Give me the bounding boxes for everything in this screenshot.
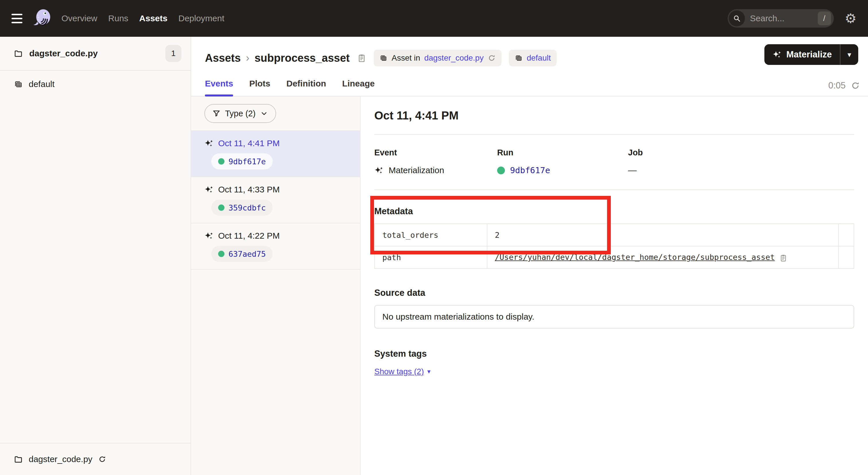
table-row: total_orders 2 <box>375 224 854 246</box>
tab-definition[interactable]: Definition <box>286 79 326 96</box>
event-list-item[interactable]: Oct 11, 4:33 PM 359cdbfc <box>191 177 360 224</box>
search-input[interactable]: Search... / <box>727 9 834 28</box>
table-row: path /Users/yuhan/dev/local/dagster_home… <box>375 246 854 269</box>
materialize-button[interactable]: Materialize <box>764 44 840 65</box>
metadata-table: total_orders 2 path /Users/yuhan/dev/loc… <box>374 224 854 269</box>
event-detail-title: Oct 11, 4:41 PM <box>374 109 854 122</box>
run-id: 637aed75 <box>228 249 266 259</box>
source-data-section: Source data No upstream materializations… <box>374 288 854 329</box>
event-timestamp[interactable]: Oct 11, 4:22 PM <box>218 231 280 241</box>
caret-down-icon: ▾ <box>847 50 851 59</box>
asset-header: Assets › subprocess_asset Asset in dagst… <box>191 37 868 96</box>
asset-tag-code-link[interactable]: dagster_code.py <box>424 53 484 63</box>
breadcrumb: Assets › subprocess_asset <box>205 52 350 64</box>
run-id: 359cdbfc <box>228 203 266 212</box>
materialize-label: Materialize <box>786 50 832 60</box>
metadata-value: /Users/yuhan/dev/local/dagster_home/stor… <box>487 246 838 269</box>
metadata-key: total_orders <box>375 224 487 246</box>
event-list-panel: Type (2) Oct 11, 4:41 PM 9dbf617e <box>191 96 361 475</box>
materialization-sparkle-icon <box>374 166 383 175</box>
event-detail-panel: Oct 11, 4:41 PM Event Materialization Ru… <box>361 96 868 475</box>
asset-tabs: Events Plots Definition Lineage 0:05 <box>191 79 868 96</box>
run-success-dot <box>218 205 224 211</box>
event-column-label: Event <box>374 148 497 157</box>
run-id-link[interactable]: 9dbf617e <box>510 166 550 175</box>
sidebar-item-code-file[interactable]: dagster_code.py 1 <box>0 37 191 71</box>
sidebar-code-file-label: dagster_code.py <box>29 49 159 58</box>
run-success-dot <box>218 158 224 165</box>
sidebar-default-label: default <box>29 79 55 89</box>
menu-icon[interactable] <box>11 14 22 23</box>
path-link[interactable]: /Users/yuhan/dev/local/dagster_home/stor… <box>495 253 775 262</box>
run-success-dot <box>497 167 505 174</box>
event-timestamp[interactable]: Oct 11, 4:41 PM <box>218 139 280 148</box>
run-id-tag[interactable]: 359cdbfc <box>211 200 273 216</box>
copy-path-button[interactable] <box>779 254 787 262</box>
folder-icon <box>14 49 23 58</box>
main-panel: Assets › subprocess_asset Asset in dagst… <box>191 37 868 475</box>
clipboard-icon <box>779 254 787 262</box>
breadcrumb-assets-link[interactable]: Assets <box>205 52 241 64</box>
materialization-sparkle-icon <box>205 231 214 240</box>
primary-nav: Overview Runs Assets Deployment <box>61 13 224 23</box>
event-timestamp[interactable]: Oct 11, 4:33 PM <box>218 185 280 195</box>
divider <box>374 134 854 135</box>
event-list-item[interactable]: Oct 11, 4:41 PM 9dbf617e <box>191 131 360 177</box>
show-tags-label: Show tags (2) <box>374 367 424 376</box>
copy-asset-name-button[interactable] <box>357 53 366 63</box>
dagster-logo[interactable] <box>32 7 54 30</box>
event-list-item[interactable]: Oct 11, 4:22 PM 637aed75 <box>191 224 360 270</box>
metadata-key: path <box>375 246 487 269</box>
reload-icon[interactable] <box>98 455 106 463</box>
materialize-dropdown-button[interactable]: ▾ <box>840 44 858 65</box>
run-success-dot <box>218 251 224 257</box>
asset-group-icon <box>379 54 388 62</box>
tab-plots[interactable]: Plots <box>249 79 270 96</box>
settings-gear-icon[interactable]: ⚙ <box>845 12 857 25</box>
run-id: 9dbf617e <box>228 157 266 166</box>
tab-events[interactable]: Events <box>205 79 233 96</box>
asset-tag-prefix: Asset in <box>392 53 420 63</box>
source-data-heading: Source data <box>374 288 854 298</box>
metadata-heading: Metadata <box>374 206 854 216</box>
dagster-app: { "icons": { "gear": "⚙", "caret_down": … <box>0 0 868 475</box>
asset-sidebar: dagster_code.py 1 default dagster_code.p… <box>0 37 191 475</box>
nav-deployment[interactable]: Deployment <box>178 13 224 23</box>
event-summary: Event Materialization Run 9dbf617e <box>374 148 854 175</box>
top-nav: Overview Runs Assets Deployment Search..… <box>0 0 868 37</box>
asset-group-icon <box>515 54 523 62</box>
show-tags-toggle[interactable]: Show tags (2) ▾ <box>374 367 431 376</box>
clipboard-icon <box>357 53 366 63</box>
run-id-tag[interactable]: 9dbf617e <box>211 153 273 170</box>
search-placeholder: Search... <box>750 13 818 23</box>
system-tags-heading: System tags <box>374 349 854 359</box>
nav-assets[interactable]: Assets <box>139 13 167 23</box>
nav-runs[interactable]: Runs <box>108 13 128 23</box>
tab-lineage[interactable]: Lineage <box>342 79 375 96</box>
run-column-label: Run <box>497 148 628 157</box>
type-filter-button[interactable]: Type (2) <box>205 104 276 123</box>
refresh-timer: 0:05 <box>828 81 860 96</box>
filter-funnel-icon <box>212 110 220 117</box>
caret-down-icon: ▾ <box>427 368 431 375</box>
group-tag: default <box>509 50 557 66</box>
materialization-sparkle-icon <box>205 139 214 148</box>
code-location-label: dagster_code.py <box>29 454 92 464</box>
divider <box>374 189 854 190</box>
chevron-right-icon: › <box>246 52 249 64</box>
search-shortcut-badge: / <box>818 11 831 25</box>
job-column-label: Job <box>628 148 854 157</box>
metadata-value: 2 <box>487 224 838 246</box>
reload-icon[interactable] <box>488 54 496 62</box>
materialization-sparkle-icon <box>205 185 214 194</box>
type-filter-label: Type (2) <box>225 109 255 118</box>
refresh-icon[interactable] <box>851 81 860 90</box>
nav-overview[interactable]: Overview <box>61 13 97 23</box>
code-location-row[interactable]: dagster_code.py <box>0 443 191 475</box>
run-id-tag[interactable]: 637aed75 <box>211 246 273 262</box>
sidebar-item-default-group[interactable]: default <box>0 75 191 94</box>
metadata-section: Metadata total_orders 2 path /Users/yuha… <box>374 206 854 269</box>
group-tag-link[interactable]: default <box>527 53 551 63</box>
source-data-empty-message: No upstream materializations to display. <box>374 305 854 329</box>
asset-group-icon <box>14 80 23 89</box>
